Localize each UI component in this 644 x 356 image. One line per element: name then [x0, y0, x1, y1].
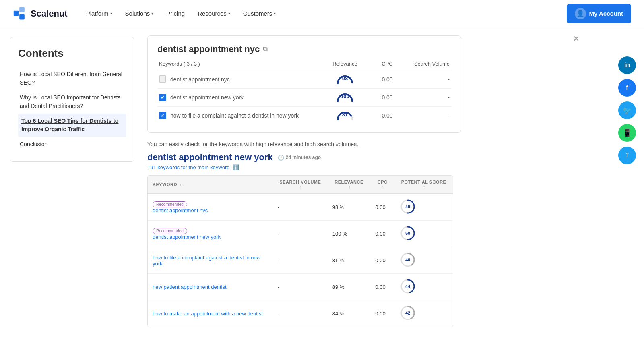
whatsapp-icon: 📱: [623, 128, 632, 137]
keyword-link[interactable]: dentist appointment new york: [153, 234, 221, 240]
cta-text: You can easily check for the keywords wi…: [147, 141, 461, 147]
th-cpc: CPC ↕: [370, 176, 394, 194]
linkedin-share-button[interactable]: in: [618, 56, 636, 74]
td-keyword: Recommended dentist appointment nyc: [148, 194, 273, 221]
keyword-table-container[interactable]: KEYWORD ↕ SEARCH VOLUME ↕ RELEVANCE ↕ CP…: [147, 175, 453, 327]
td-sv: -: [273, 300, 328, 327]
gauge-1: 100: [335, 92, 355, 103]
td-sv: -: [273, 194, 328, 221]
th-keyword: KEYWORD ↕: [148, 176, 273, 194]
keyword-table-wrapper: KEYWORD ↕ SEARCH VOLUME ↕ RELEVANCE ↕ CP…: [147, 175, 453, 327]
kw-cpc-0: 0.00: [369, 76, 405, 83]
contents-item-3[interactable]: Conclusion: [18, 137, 126, 152]
kw-checkbox-1[interactable]: [159, 94, 170, 101]
linkedin-icon: in: [624, 62, 630, 69]
kw-relevance-2: 81: [321, 110, 369, 121]
keyword-table: KEYWORD ↕ SEARCH VOLUME ↕ RELEVANCE ↕ CP…: [148, 176, 453, 327]
kw-sv-2: -: [405, 112, 450, 119]
td-relevance: 81 %: [328, 247, 371, 274]
keyword-card: dentist appointment nyc ⧉ Keywords ( 3 /…: [147, 35, 461, 133]
sort-icon: ↕: [300, 185, 302, 189]
keyword-link[interactable]: new patient appointment dentist: [153, 284, 227, 290]
td-relevance: 98 %: [328, 194, 371, 221]
twitter-share-button[interactable]: 🐦: [618, 101, 636, 119]
score-gauge: 40: [399, 251, 416, 268]
social-panel: in f 🐦 📱 ⤴: [618, 56, 636, 164]
share-icon: ⤴: [625, 152, 629, 159]
svg-rect-2: [19, 14, 25, 19]
th-potential-score: POTENTIAL SCORE ↕: [394, 176, 453, 194]
logo-text: Scalenut: [31, 8, 68, 19]
info-icon: ℹ️: [233, 164, 239, 170]
facebook-share-button[interactable]: f: [618, 79, 636, 97]
nav-item-customers[interactable]: Customers ▾: [237, 7, 282, 20]
checkbox-checked[interactable]: [159, 94, 166, 101]
keyword-link[interactable]: how to make an appointment with a new de…: [153, 310, 263, 317]
section-keyword-title: dentist appointment new york 🕐 24 minute…: [147, 152, 631, 163]
logo[interactable]: Scalenut: [13, 6, 68, 21]
kw-cpc-1: 0.00: [369, 94, 405, 101]
contents-item-1[interactable]: Why is Local SEO Important for Dentists …: [18, 90, 126, 114]
kw-checkbox-2[interactable]: [159, 112, 170, 119]
gauge-2: 81: [335, 110, 355, 121]
td-cpc: 0.00: [370, 300, 394, 327]
my-account-button[interactable]: 👤 My Account: [567, 4, 631, 23]
kw-header-count: Keywords ( 3 / 3 ): [159, 61, 321, 67]
navbar: Scalenut Platform ▾ Solutions ▾ Pricing …: [0, 0, 644, 27]
contents-item-0[interactable]: How is Local SEO Different from General …: [18, 67, 126, 90]
kw-checkbox-0[interactable]: [159, 75, 170, 84]
page-layout: Contents How is Local SEO Different from…: [0, 27, 644, 356]
td-cpc: 0.00: [370, 274, 394, 300]
whatsapp-share-button[interactable]: 📱: [618, 124, 636, 142]
contents-item-2[interactable]: Top 6 Local SEO Tips for Dentists to Imp…: [18, 114, 126, 137]
kw-count-label: 191 keywords for the main keyword: [147, 164, 229, 170]
td-score: 49: [394, 194, 453, 221]
chevron-down-icon: ▾: [274, 11, 276, 16]
table-header-row: KEYWORD ↕ SEARCH VOLUME ↕ RELEVANCE ↕ CP…: [148, 176, 453, 194]
recommended-badge: Recommended: [153, 228, 187, 234]
table-row: how to make an appointment with a new de…: [148, 300, 453, 327]
td-cpc: 0.00: [370, 221, 394, 247]
kw-cpc-2: 0.00: [369, 112, 405, 119]
checkbox-checked[interactable]: [159, 112, 166, 119]
score-gauge: 50: [399, 225, 416, 242]
close-button[interactable]: ✕: [573, 34, 580, 43]
contents-title: Contents: [18, 47, 126, 60]
gauge-0: 98: [335, 74, 355, 85]
kw-label-1: dentist appointment new york: [170, 94, 321, 101]
facebook-icon: f: [626, 84, 628, 92]
table-row: Recommended dentist appointment new york…: [148, 221, 453, 247]
kw-table-header: Keywords ( 3 / 3 ) Relevance CPC Search …: [157, 61, 451, 67]
kw-sv-0: -: [405, 76, 450, 83]
kw-relevance-0: 98: [321, 74, 369, 85]
kw-header-relevance: Relevance: [321, 61, 369, 67]
clock-icon: 🕐: [278, 155, 284, 161]
keyword-card-title: dentist appointment nyc ⧉: [157, 44, 451, 54]
sort-icon: ↕: [382, 185, 384, 189]
chevron-down-icon: ▾: [228, 11, 230, 16]
td-relevance: 100 %: [328, 221, 371, 247]
td-cpc: 0.00: [370, 247, 394, 274]
keyword-link[interactable]: dentist appointment nyc: [153, 207, 208, 213]
td-sv: -: [273, 247, 328, 274]
td-score: 44: [394, 274, 453, 300]
checkbox-unchecked[interactable]: [159, 75, 166, 83]
nav-item-platform[interactable]: Platform ▾: [80, 7, 118, 20]
kw-row-0: dentist appointment nyc 98 0.00 -: [157, 70, 451, 88]
keyword-link[interactable]: how to file a complaint against a dentis…: [153, 255, 260, 267]
nav-item-solutions[interactable]: Solutions ▾: [120, 7, 159, 20]
share-button[interactable]: ⤴: [618, 147, 636, 164]
table-body: Recommended dentist appointment nyc - 98…: [148, 194, 453, 327]
kw-label-0: dentist appointment nyc: [170, 76, 321, 83]
section-kw-meta: 191 keywords for the main keyword ℹ️: [147, 164, 631, 170]
sort-icon: ↕: [349, 185, 351, 189]
copy-icon[interactable]: ⧉: [263, 46, 267, 53]
th-search-volume: SEARCH VOLUME ↕: [273, 176, 328, 194]
td-relevance: 89 %: [328, 274, 371, 300]
kw-row-2: how to file a complaint against a dentis…: [157, 106, 451, 124]
svg-rect-0: [14, 10, 19, 16]
nav-item-resources[interactable]: Resources ▾: [192, 7, 236, 20]
kw-header-sv: Search Volume: [405, 61, 450, 67]
nav-item-pricing[interactable]: Pricing: [161, 7, 190, 20]
score-gauge: 49: [399, 198, 416, 215]
